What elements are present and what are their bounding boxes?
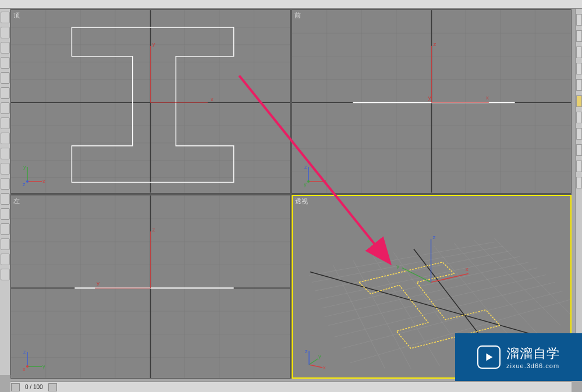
- tool-icon[interactable]: [1, 133, 10, 144]
- svg-text:z: z: [23, 349, 26, 355]
- watermark-url: zixue.3d66.com: [506, 362, 559, 369]
- viewport-label: 左: [13, 197, 20, 205]
- svg-point-50: [307, 180, 310, 183]
- svg-text:x: x: [23, 366, 26, 372]
- svg-text:z: z: [304, 164, 307, 170]
- svg-text:y: y: [428, 94, 431, 101]
- svg-line-77: [322, 262, 529, 308]
- svg-marker-111: [486, 354, 492, 361]
- svg-line-83: [318, 256, 520, 299]
- axis-gizmo-icon: x y z: [22, 164, 45, 187]
- panel-button[interactable]: [576, 30, 582, 42]
- watermark-title: 溜溜自学: [506, 345, 560, 362]
- tool-icon[interactable]: [1, 27, 10, 38]
- scroll-left-icon[interactable]: [11, 383, 20, 391]
- tool-icon[interactable]: [1, 269, 10, 280]
- panel-button[interactable]: [576, 128, 582, 140]
- viewport-left[interactable]: 左 y z y z: [10, 195, 290, 379]
- axis-gizmo-icon: x y z: [303, 348, 327, 372]
- tool-icon[interactable]: [1, 42, 10, 54]
- svg-point-24: [26, 180, 29, 183]
- right-command-panel: [575, 9, 582, 381]
- svg-text:y: y: [97, 280, 100, 286]
- tool-icon[interactable]: [1, 12, 10, 23]
- viewport-front[interactable]: 前 x z y x: [292, 9, 572, 194]
- tool-icon[interactable]: [1, 117, 10, 129]
- svg-line-105: [309, 359, 318, 365]
- svg-line-93: [474, 240, 560, 325]
- frame-counter: 0 / 100: [20, 384, 48, 390]
- svg-line-92: [454, 243, 540, 337]
- tool-icon[interactable]: [1, 87, 10, 99]
- svg-text:x: x: [323, 365, 326, 370]
- axis-gizmo-icon: x z y: [303, 164, 326, 187]
- svg-text:y: y: [396, 262, 399, 269]
- svg-text:y: y: [23, 164, 26, 170]
- svg-text:x: x: [486, 94, 489, 101]
- viewport-label: 前: [294, 11, 301, 20]
- viewport-top[interactable]: 顶 x y x: [10, 9, 290, 194]
- panel-button[interactable]: [576, 63, 582, 74]
- tool-icon[interactable]: [1, 193, 10, 205]
- svg-text:z: z: [433, 41, 436, 47]
- panel-button[interactable]: [576, 177, 582, 188]
- tool-icon[interactable]: [1, 57, 10, 69]
- panel-button[interactable]: [576, 161, 582, 172]
- scroll-right-icon[interactable]: [48, 383, 57, 391]
- top-toolbar[interactable]: [0, 0, 582, 9]
- tool-icon[interactable]: [1, 72, 10, 84]
- tool-icon[interactable]: [1, 163, 10, 174]
- svg-line-89: [374, 256, 440, 365]
- panel-button[interactable]: [576, 14, 582, 26]
- panel-button[interactable]: [576, 47, 582, 58]
- svg-text:y: y: [318, 354, 321, 359]
- svg-text:y: y: [42, 364, 45, 369]
- svg-text:z: z: [432, 234, 435, 240]
- tool-icon[interactable]: [1, 102, 10, 114]
- left-sidebar-toolbar: [0, 9, 10, 375]
- timeline-bar[interactable]: 0 / 100: [10, 382, 572, 392]
- svg-text:y: y: [152, 41, 155, 47]
- play-icon: [477, 345, 501, 369]
- panel-button[interactable]: [576, 112, 582, 123]
- axis-gizmo-icon: y z x: [22, 349, 45, 372]
- viewport-container: 顶 x y x: [10, 9, 572, 379]
- tool-icon[interactable]: [1, 254, 10, 265]
- svg-line-85: [312, 246, 503, 282]
- svg-text:x: x: [466, 265, 469, 272]
- svg-text:z: z: [152, 226, 155, 232]
- panel-button[interactable]: [576, 79, 582, 91]
- svg-text:z: z: [305, 348, 308, 354]
- panel-color-swatch[interactable]: [576, 95, 582, 107]
- svg-text:x: x: [42, 179, 45, 184]
- tool-icon[interactable]: [1, 148, 10, 159]
- tool-icon[interactable]: [1, 238, 10, 250]
- svg-text:y: y: [304, 181, 307, 187]
- svg-line-91: [434, 246, 517, 345]
- tool-icon[interactable]: [1, 178, 10, 190]
- svg-line-94: [494, 238, 570, 314]
- svg-point-75: [26, 365, 29, 368]
- viewport-label: 顶: [13, 11, 20, 20]
- viewport-label: 透视: [295, 197, 308, 206]
- svg-text:x: x: [324, 179, 326, 184]
- panel-button[interactable]: [576, 144, 582, 156]
- watermark-logo: 溜溜自学 zixue.3d66.com: [455, 333, 582, 381]
- tool-icon[interactable]: [1, 208, 10, 220]
- tool-icon[interactable]: [1, 223, 10, 235]
- svg-line-103: [309, 365, 322, 368]
- svg-text:z: z: [23, 181, 26, 187]
- svg-text:x: x: [211, 96, 214, 102]
